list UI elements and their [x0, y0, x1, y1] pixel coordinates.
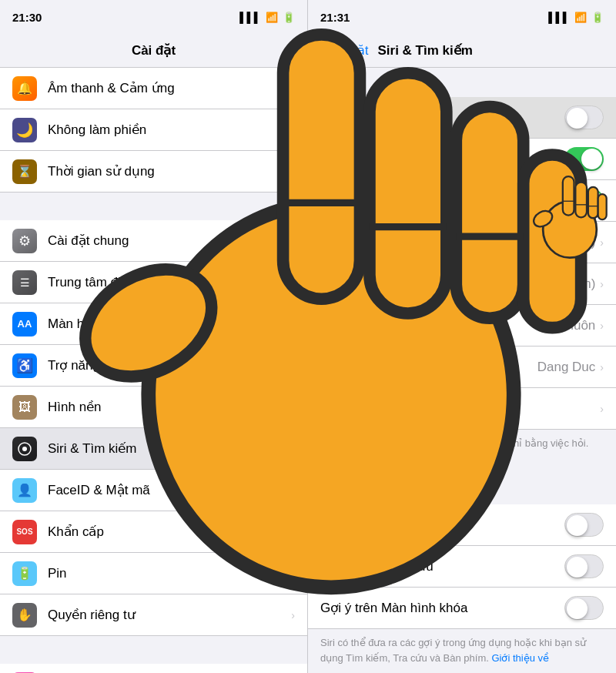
siri-icon: [12, 437, 37, 461]
trung-tam-label: Trung tâm điều khiển: [48, 274, 291, 290]
am-thanh-icon: 🔔: [12, 76, 37, 101]
ngon-ngu-chevron: ›: [600, 236, 604, 249]
right-nav-title: Siri & Tìm kiếm: [377, 42, 472, 59]
right-item-goi-y-tra-cuu[interactable]: Gợi ý trong Tra cứu: [308, 546, 616, 588]
right-item-ngon-ngu[interactable]: Ngôn ngữ Tiếng Anh (Vương quốc Anh) ›: [308, 222, 616, 263]
settings-item-am-thanh[interactable]: 🔔 Âm thanh & Cảm ứng ›: [0, 68, 307, 109]
sos-icon: SOS: [12, 520, 37, 544]
goi-y-tim-kiem-label: Gợi ý trong Tìm kiếm: [320, 517, 564, 533]
right-item-goi-y-man-hinh-khoa[interactable]: Gợi ý trên Màn hình khóa: [308, 588, 616, 629]
wifi-icon: 📶: [266, 12, 278, 23]
settings-item-itunes[interactable]: A iTunes & App Store ›: [0, 664, 307, 673]
right-status-icons: ▌▌▌ 📶 🔋: [548, 12, 604, 23]
settings-item-pin[interactable]: 🔋 Pin ›: [0, 553, 307, 594]
nhan-nut-label: Nhấn nút sườn để bật Siri: [320, 151, 564, 167]
settings-item-man-hinh[interactable]: AA Màn hình & Độ sáng ›: [0, 303, 307, 345]
left-status-icons: ▌▌▌ 📶 🔋: [239, 12, 295, 23]
lang-nghe-label: Lắng nghe "Hey Siri": [320, 109, 564, 126]
right-item-phan-hoi[interactable]: Phản hồi bằng giọng nói Luôn luôn ›: [308, 305, 616, 347]
pin-label: Pin: [48, 566, 291, 581]
khong-lam-phien-icon: 🌙: [12, 118, 37, 142]
siri-privacy-link[interactable]: Hỏi Siri & Quyền riêng tư...: [320, 453, 440, 464]
right-item-cho-phep[interactable]: Cho phép Siri khi bị khóa: [308, 180, 616, 222]
signal-icon: ▌▌▌: [239, 12, 261, 23]
cai-dat-chung-label: Cài đặt chung: [48, 233, 291, 249]
settings-item-cai-dat-chung[interactable]: ⚙ Cài đặt chung ›: [0, 220, 307, 262]
siri-desc-block: Siri có thể giúp bạn hoàn thành công việ…: [308, 430, 616, 475]
right-nav-header: ‹ Cài đặt Siri & Tìm kiếm: [308, 34, 616, 68]
settings-item-faceid[interactable]: 👤 FaceID & Mật mã ›: [0, 470, 307, 511]
right-battery-icon: 🔋: [591, 12, 604, 23]
am-thanh-chevron: ›: [291, 82, 295, 95]
gap-1: [0, 193, 307, 220]
tro-nang-icon: ♿: [12, 353, 37, 378]
settings-item-khong-lam-phien[interactable]: 🌙 Không làm phiền ›: [0, 109, 307, 151]
settings-item-siri[interactable]: Siri & Tìm kiếm ›: [0, 428, 307, 470]
phan-hoi-label: Phản hồi bằng giọng nói: [320, 317, 538, 333]
tro-nang-label: Trợ năng: [48, 357, 291, 373]
man-hinh-label: Màn hình & Độ sáng: [48, 316, 291, 332]
right-panel: 21:31 ▌▌▌ 📶 🔋 ‹ Cài đặt Siri & Tìm kiếm …: [308, 0, 616, 673]
sos-chevron: ›: [291, 526, 295, 538]
faceid-label: FaceID & Mật mã: [48, 482, 291, 498]
settings-list: 🔔 Âm thanh & Cảm ứng › 🌙 Không làm phiền…: [0, 68, 307, 673]
goi-y-tra-cuu-label: Gợi ý trong Tra cứu: [320, 558, 564, 574]
goi-y-man-hinh-khoa-toggle[interactable]: [564, 596, 604, 620]
quyen-rieng-tu-label: Quyền riêng tư: [48, 607, 291, 623]
hinh-nen-icon: 🖼: [12, 395, 37, 420]
khong-lam-phien-label: Không làm phiền: [48, 122, 291, 138]
settings-item-tro-nang[interactable]: ♿ Trợ năng ›: [0, 345, 307, 387]
settings-item-sos[interactable]: SOS Khẩn cấp ›: [0, 511, 307, 553]
goi-y-tra-cuu-toggle[interactable]: [564, 554, 604, 578]
back-button[interactable]: ‹ Cài đặt: [320, 42, 368, 59]
bottom-link[interactable]: Giới thiệu về: [491, 652, 549, 664]
settings-item-trung-tam[interactable]: ☰ Trung tâm điều khiển ›: [0, 262, 307, 303]
thoi-gian-chevron: ›: [291, 166, 295, 178]
faceid-icon: 👤: [12, 478, 37, 503]
ngon-ngu-label: Ngôn ngữ: [320, 234, 426, 250]
hinh-nen-chevron: ›: [291, 401, 295, 414]
goi-y-tim-kiem-toggle[interactable]: [564, 513, 604, 537]
left-nav-header: Cài đặt: [0, 34, 307, 68]
right-content: HỎI SIRI Lắng nghe "Hey Siri" Nhấn nút s…: [308, 68, 616, 673]
trung-tam-chevron: ›: [291, 276, 295, 289]
man-hinh-chevron: ›: [291, 318, 295, 330]
thong-tin-value: Dang Duc: [537, 360, 596, 375]
cai-dat-chung-icon: ⚙: [12, 229, 37, 253]
right-wifi-icon: 📶: [574, 12, 587, 23]
faceid-chevron: ›: [291, 484, 295, 497]
right-status-bar: 21:31 ▌▌▌ 📶 🔋: [308, 0, 616, 34]
left-panel: 21:30 ▌▌▌ 📶 🔋 Cài đặt 🔔 Âm thanh & Cảm ứ…: [0, 0, 308, 673]
back-chevron-icon: ‹: [320, 42, 326, 59]
right-signal-icon: ▌▌▌: [548, 12, 570, 23]
trung-tam-icon: ☰: [12, 270, 37, 295]
man-hinh-icon: AA: [12, 312, 37, 336]
right-item-lich-su[interactable]: Lịch sử Siri & Đọc chính tả ›: [308, 388, 616, 430]
right-item-thong-tin[interactable]: Thông tin của tôi Dang Duc ›: [308, 347, 616, 388]
lang-nghe-toggle[interactable]: [564, 105, 604, 129]
giong-noi-value: Anh (Nam): [532, 276, 595, 292]
thong-tin-chevron: ›: [600, 361, 604, 373]
right-item-nhan-nut[interactable]: Nhấn nút sườn để bật Siri: [308, 139, 616, 180]
cho-phep-toggle[interactable]: [564, 189, 604, 213]
giong-noi-label: Giọng nói của Siri: [320, 276, 532, 292]
right-item-giong-noi[interactable]: Giọng nói của Siri Anh (Nam) ›: [308, 263, 616, 305]
pin-chevron: ›: [291, 568, 295, 580]
quyen-rieng-tu-icon: ✋: [12, 603, 37, 628]
cho-phep-label: Cho phép Siri khi bị khóa: [320, 193, 564, 209]
settings-item-hinh-nen[interactable]: 🖼 Hình nền ›: [0, 387, 307, 428]
settings-item-thoi-gian[interactable]: ⌛ Thời gian sử dụng ›: [0, 151, 307, 193]
lich-su-chevron: ›: [600, 403, 604, 415]
settings-item-quyen-rieng-tu[interactable]: ✋ Quyền riêng tư ›: [0, 594, 307, 636]
hoi-siri-section-header: HỎI SIRI: [308, 68, 616, 97]
nhan-nut-toggle[interactable]: [564, 147, 604, 171]
phan-hoi-chevron: ›: [600, 320, 604, 332]
am-thanh-label: Âm thanh & Cảm ứng: [48, 80, 291, 96]
ngon-ngu-value: Tiếng Anh (Vương quốc Anh): [426, 234, 595, 250]
right-item-lang-nghe[interactable]: Lắng nghe "Hey Siri": [308, 97, 616, 139]
svg-point-1: [22, 447, 27, 451]
quyen-rieng-tu-chevron: ›: [291, 609, 295, 621]
thoi-gian-label: Thời gian sử dụng: [48, 163, 291, 179]
right-item-goi-y-tim-kiem[interactable]: Gợi ý trong Tìm kiếm: [308, 504, 616, 546]
hinh-nen-label: Hình nền: [48, 399, 291, 415]
